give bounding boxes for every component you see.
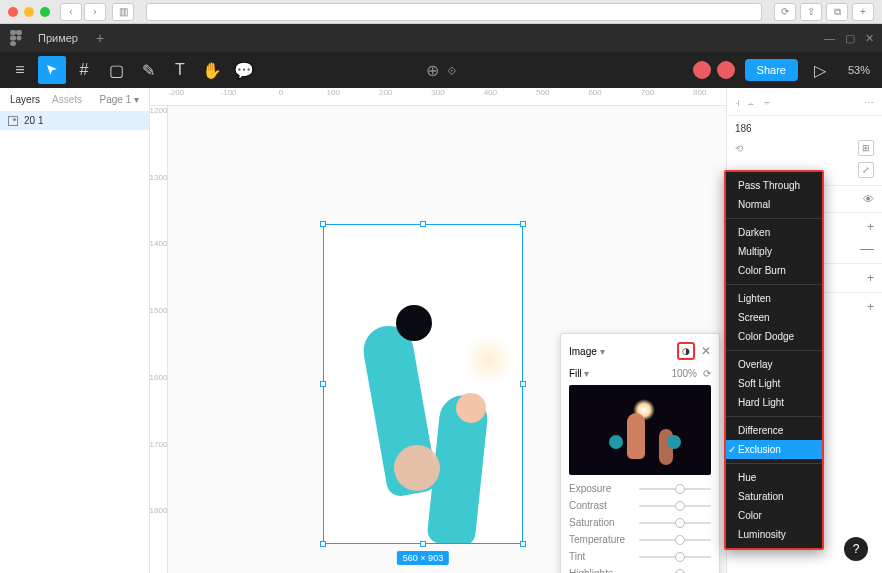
- file-tab[interactable]: Пример: [32, 24, 84, 52]
- image-adjust-slider[interactable]: Tint: [569, 551, 711, 562]
- blend-mode-option[interactable]: Normal: [726, 195, 822, 214]
- reader-icon[interactable]: ⟳: [774, 3, 796, 21]
- page-selector[interactable]: Page 1 ▾: [100, 94, 139, 105]
- selected-image-frame[interactable]: 560 × 903: [323, 224, 523, 544]
- window-close-icon[interactable]: ✕: [865, 32, 874, 45]
- assets-tab[interactable]: Assets: [52, 94, 82, 105]
- resize-handle-icon[interactable]: [420, 221, 426, 227]
- align-icon[interactable]: ⊕: [426, 61, 439, 80]
- add-style-icon[interactable]: +: [867, 220, 874, 234]
- present-icon[interactable]: ▷: [806, 56, 834, 84]
- nav-forward-button[interactable]: ›: [84, 3, 106, 21]
- blend-mode-option[interactable]: Lighten: [726, 289, 822, 308]
- frame-tool[interactable]: #: [70, 56, 98, 84]
- chevron-down-icon[interactable]: ▾: [600, 346, 605, 357]
- close-window-icon[interactable]: [8, 7, 18, 17]
- slider-knob-icon[interactable]: [675, 552, 685, 562]
- sidebar-toggle-icon[interactable]: ▥: [112, 3, 134, 21]
- shape-tool[interactable]: ▢: [102, 56, 130, 84]
- image-adjust-slider[interactable]: Saturation: [569, 517, 711, 528]
- align-left-icon[interactable]: ⫞: [735, 97, 740, 108]
- share-icon[interactable]: ⇪: [800, 3, 822, 21]
- slider-knob-icon[interactable]: [675, 569, 685, 574]
- image-adjust-slider[interactable]: Highlights: [569, 568, 711, 573]
- blend-mode-option[interactable]: Overlay: [726, 355, 822, 374]
- slider-track[interactable]: [639, 556, 711, 558]
- slider-track[interactable]: [639, 505, 711, 507]
- pen-tool[interactable]: ✎: [134, 56, 162, 84]
- user-avatar-1[interactable]: [691, 59, 713, 81]
- resize-handle-icon[interactable]: [420, 541, 426, 547]
- zoom-level[interactable]: 53%: [842, 64, 876, 76]
- slider-track[interactable]: [639, 488, 711, 490]
- blend-mode-option[interactable]: Multiply: [726, 242, 822, 261]
- hand-tool[interactable]: ✋: [198, 56, 226, 84]
- blend-mode-option[interactable]: Darken: [726, 223, 822, 242]
- tabs-icon[interactable]: ⧉: [826, 3, 848, 21]
- slider-knob-icon[interactable]: [675, 501, 685, 511]
- layer-item[interactable]: 20 1: [0, 111, 149, 130]
- expand-icon[interactable]: ⤢: [858, 162, 874, 178]
- add-section-icon[interactable]: +: [867, 271, 874, 285]
- move-tool[interactable]: [38, 56, 66, 84]
- image-adjust-slider[interactable]: Temperature: [569, 534, 711, 545]
- help-button[interactable]: ?: [844, 537, 868, 561]
- align-right-icon[interactable]: ⫟: [762, 97, 772, 108]
- chevron-down-icon[interactable]: ▾: [584, 368, 589, 379]
- blend-mode-option[interactable]: Color: [726, 506, 822, 525]
- maximize-window-icon[interactable]: [40, 7, 50, 17]
- blend-mode-option[interactable]: Color Burn: [726, 261, 822, 280]
- window-maximize-icon[interactable]: ▢: [845, 32, 855, 45]
- blend-mode-button[interactable]: ◑: [677, 342, 695, 360]
- fill-opacity[interactable]: 100%: [671, 368, 697, 379]
- visibility-icon[interactable]: 👁: [863, 193, 874, 205]
- blend-mode-option[interactable]: Luminosity: [726, 525, 822, 544]
- slider-track[interactable]: [639, 539, 711, 541]
- blend-mode-option[interactable]: Hue: [726, 468, 822, 487]
- blend-mode-option[interactable]: Color Dodge: [726, 327, 822, 346]
- comment-tool[interactable]: 💬: [230, 56, 258, 84]
- slider-track[interactable]: [639, 522, 711, 524]
- slider-knob-icon[interactable]: [675, 518, 685, 528]
- blend-mode-option[interactable]: Pass Through: [726, 176, 822, 195]
- user-avatar-2[interactable]: [715, 59, 737, 81]
- align-center-icon[interactable]: ⫠: [746, 97, 756, 108]
- blend-mode-option[interactable]: Saturation: [726, 487, 822, 506]
- figma-logo-icon[interactable]: [8, 30, 24, 46]
- blend-mode-option[interactable]: Difference: [726, 421, 822, 440]
- image-thumbnail[interactable]: [569, 385, 711, 475]
- new-tab-button[interactable]: +: [92, 30, 108, 46]
- slider-knob-icon[interactable]: [675, 535, 685, 545]
- constrain-icon[interactable]: ⊞: [858, 140, 874, 156]
- rotate-image-icon[interactable]: ⟳: [703, 368, 711, 379]
- more-align-icon[interactable]: ⋯: [864, 97, 874, 108]
- fill-mode-select[interactable]: Fill: [569, 368, 582, 379]
- layers-tab[interactable]: Layers: [10, 94, 40, 105]
- nav-back-button[interactable]: ‹: [60, 3, 82, 21]
- add-section-icon[interactable]: +: [867, 300, 874, 314]
- blend-mode-option[interactable]: Soft Light: [726, 374, 822, 393]
- add-tab-icon[interactable]: +: [852, 3, 874, 21]
- url-bar[interactable]: [146, 3, 762, 21]
- blend-mode-option[interactable]: Screen: [726, 308, 822, 327]
- resize-handle-icon[interactable]: [520, 541, 526, 547]
- hamburger-icon[interactable]: ≡: [6, 56, 34, 84]
- resize-handle-icon[interactable]: [520, 221, 526, 227]
- remove-icon[interactable]: —: [860, 240, 874, 256]
- resize-handle-icon[interactable]: [320, 541, 326, 547]
- resize-handle-icon[interactable]: [320, 381, 326, 387]
- blend-mode-option[interactable]: Exclusion: [726, 440, 822, 459]
- image-adjust-slider[interactable]: Contrast: [569, 500, 711, 511]
- crop-icon[interactable]: ⟐: [447, 61, 457, 80]
- rotate-icon[interactable]: ⟲: [735, 143, 743, 154]
- text-tool[interactable]: T: [166, 56, 194, 84]
- image-adjust-slider[interactable]: Exposure: [569, 483, 711, 494]
- close-icon[interactable]: ✕: [701, 344, 711, 358]
- slider-knob-icon[interactable]: [675, 484, 685, 494]
- minimize-window-icon[interactable]: [24, 7, 34, 17]
- resize-handle-icon[interactable]: [520, 381, 526, 387]
- bg-value[interactable]: 186: [735, 123, 752, 134]
- share-button[interactable]: Share: [745, 59, 798, 81]
- resize-handle-icon[interactable]: [320, 221, 326, 227]
- blend-mode-option[interactable]: Hard Light: [726, 393, 822, 412]
